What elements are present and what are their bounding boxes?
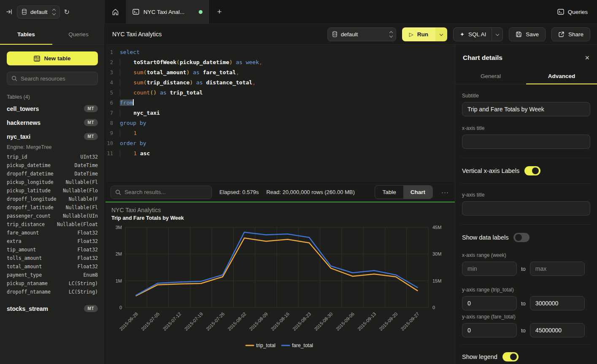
vertical-x-axis-labels-label: Vertical x-axis Labels: [462, 167, 519, 174]
vertical-x-axis-labels-toggle[interactable]: [524, 166, 540, 175]
queries-label: Queries: [568, 9, 588, 15]
editor-line[interactable]: 11 1 asc: [105, 148, 455, 159]
subtitle-label: Subtitle: [462, 93, 590, 99]
sql-editor[interactable]: 1select2 toStartOfWeek(pickup_datetime) …: [105, 45, 455, 182]
y2-range-min-input[interactable]: [462, 323, 517, 337]
engine-badge: MT: [84, 119, 98, 126]
query-toolbar: NYC Taxi Analytics default ▷ Run ✦ SQL A…: [105, 24, 597, 45]
database-select[interactable]: default: [17, 5, 60, 19]
collapse-sidebar-button[interactable]: [6, 8, 13, 15]
search-icon: [115, 189, 121, 195]
x-axis-title-input[interactable]: [462, 135, 590, 149]
editor-line[interactable]: 10order by: [105, 138, 455, 148]
chart-title: NYC Taxi Analytics: [111, 207, 449, 213]
table-name: nyc_taxi: [7, 133, 30, 140]
query-toolbar-actions: default ▷ Run ✦ SQL AI Save Share: [327, 27, 590, 41]
divider: [462, 345, 590, 345]
x-axis-tick: 2015-07-26: [205, 311, 225, 332]
table-row[interactable]: nyc_taxiMT: [7, 129, 98, 143]
editor-line[interactable]: 5 count() as trip_total: [105, 88, 455, 98]
line-code: select: [120, 47, 140, 57]
editor-line[interactable]: 1select: [105, 47, 455, 57]
column-type: LC(String): [69, 280, 98, 289]
sql-ai-button[interactable]: ✦ SQL AI: [453, 27, 503, 41]
tab-general[interactable]: General: [455, 68, 526, 84]
chart-details-tabs: General Advanced: [455, 68, 597, 84]
collapse-sidebar-icon: [6, 8, 13, 15]
line-number: 11: [105, 148, 120, 159]
column-row: dropoff_latitudeNullable(Fl: [7, 205, 98, 213]
y1-range-min-input[interactable]: [462, 296, 517, 310]
subtitle-input[interactable]: [462, 102, 590, 116]
table-row[interactable]: stocks_streamMT: [7, 302, 98, 315]
x-range-max-input[interactable]: [530, 262, 585, 276]
query-tab[interactable]: NYC Taxi Anal...: [125, 0, 210, 24]
y-axis-range-trip-total-label: y-axis range (trip_total): [462, 287, 590, 293]
x-range-min-input[interactable]: [462, 262, 517, 276]
tab-advanced[interactable]: Advanced: [526, 68, 597, 84]
view-table-button[interactable]: Table: [375, 186, 403, 199]
show-data-labels-toggle[interactable]: [513, 233, 529, 242]
view-chart-button[interactable]: Chart: [403, 186, 432, 199]
read-stat: Read: 20,000,000 rows (260.00 MB): [266, 189, 355, 195]
editor-line[interactable]: 9 1: [105, 128, 455, 138]
query-tab-title: NYC Taxi Anal...: [143, 9, 184, 15]
editor-line[interactable]: 8group by: [105, 118, 455, 128]
column-row: pickup_ntanameLC(String): [7, 280, 98, 289]
editor-line[interactable]: 2 toStartOfWeek(pickup_datetime) as week…: [105, 57, 455, 67]
editor-line[interactable]: 7 nyc_taxi: [105, 108, 455, 118]
resource-search-input[interactable]: [21, 75, 93, 82]
line-code: sum(total_amount) as fare_total,: [120, 67, 239, 78]
sql-ai-options-button[interactable]: [492, 28, 502, 41]
column-type: DateTime: [75, 162, 98, 171]
share-button[interactable]: Share: [551, 27, 590, 41]
more-options-button[interactable]: ···: [440, 189, 450, 196]
line-chart[interactable]: 001M15M2M30M3M45M2015-06-282015-07-05201…: [105, 220, 455, 364]
run-options-button[interactable]: [435, 27, 447, 41]
new-tab-button[interactable]: +: [210, 0, 229, 24]
line-number: 1: [105, 47, 120, 57]
y2-range-max-input[interactable]: [530, 323, 585, 337]
queries-button[interactable]: Queries: [557, 9, 588, 15]
column-name: pickup_ntaname: [7, 280, 48, 289]
results-search-input[interactable]: [124, 189, 207, 195]
y-axis-title-label: y-axis title: [462, 192, 590, 198]
table-name: hackernews: [7, 119, 41, 126]
terminal-icon: [132, 9, 139, 15]
save-button[interactable]: Save: [509, 27, 546, 41]
columns-list: trip_idUInt32pickup_datetimeDateTimedrop…: [7, 154, 98, 297]
column-name: dropoff_datetime: [7, 171, 54, 179]
y1-range-max-input[interactable]: [530, 296, 585, 310]
tab-queries[interactable]: Queries: [52, 24, 105, 44]
editor-line[interactable]: 6from: [105, 98, 455, 108]
new-table-button[interactable]: New table: [7, 51, 98, 65]
column-row: trip_distanceNullable(Float: [7, 221, 98, 230]
editor-line[interactable]: 4 sum(trip_distance) as distance_total,: [105, 78, 455, 88]
run-database-select-value: default: [341, 31, 358, 38]
column-name: dropoff_ntaname: [7, 289, 51, 297]
toggle-knob: [532, 167, 539, 174]
refresh-button[interactable]: ↻: [64, 8, 70, 16]
run-button[interactable]: ▷ Run: [402, 27, 435, 41]
line-number: 10: [105, 138, 120, 148]
home-tab-button[interactable]: [105, 0, 125, 24]
y-axis-title-input[interactable]: [462, 201, 590, 216]
tab-tables[interactable]: Tables: [0, 24, 52, 44]
toggle-knob: [510, 353, 517, 360]
right-axis-tick: 45M: [432, 225, 441, 230]
table-row[interactable]: hackernewsMT: [7, 116, 98, 129]
right-axis-tick: 15M: [432, 278, 441, 283]
table-row[interactable]: cell_towersMT: [7, 102, 98, 116]
play-icon: ▷: [409, 31, 413, 38]
show-legend-toggle[interactable]: [502, 352, 519, 361]
column-row: dropoff_longitudeNullable(F: [7, 196, 98, 205]
engine-badge: MT: [84, 133, 98, 140]
tab-strip: NYC Taxi Anal... +: [105, 0, 548, 24]
editor-line[interactable]: 3 sum(total_amount) as fare_total,: [105, 67, 455, 78]
run-database-select[interactable]: default: [327, 27, 396, 41]
engine-badge: MT: [84, 305, 98, 312]
column-row: extraFloat32: [7, 238, 98, 247]
close-panel-button[interactable]: ×: [585, 54, 589, 62]
chevron-down-icon: [495, 32, 499, 36]
sidebar: Tables Queries New table Tables (4) cell…: [0, 24, 105, 364]
